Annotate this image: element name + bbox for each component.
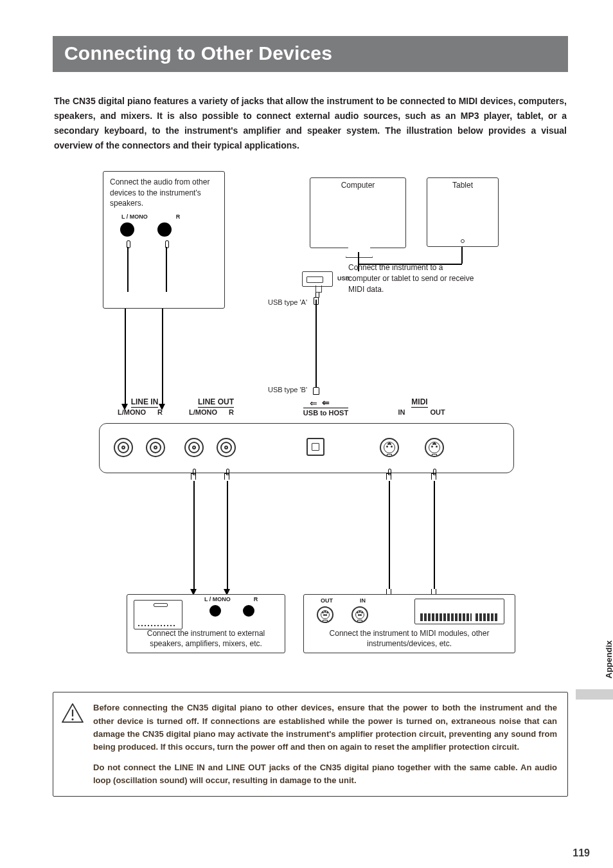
warning-p1: Before connecting the CN35 digital piano… <box>93 701 557 754</box>
audio-plug-icon <box>164 240 169 292</box>
cable-icon <box>162 309 163 404</box>
plug-top-icon <box>191 473 196 480</box>
midi-out-label: OUT <box>321 597 333 604</box>
panel-lineout-l: L/MONO <box>188 408 218 416</box>
quarter-inch-jack-icon <box>114 438 133 457</box>
panel-midi-out: OUT <box>420 408 456 416</box>
speaker-l-label: L / MONO <box>204 596 231 602</box>
speaker-r-label: R <box>254 596 258 602</box>
plug-top-icon <box>224 473 229 480</box>
plug-top-icon <box>386 473 391 480</box>
usb-b-plug-icon <box>313 387 319 395</box>
phono-jack-icon <box>243 605 254 617</box>
phono-jack-icon <box>157 222 172 237</box>
midi-box-text: Connect the instrument to MIDI modules, … <box>310 629 508 649</box>
speaker-device-box: L / MONO R Connect the instrument to ext… <box>127 594 285 653</box>
linein-l-label: L / MONO <box>121 213 148 220</box>
midi-in-label: IN <box>360 597 366 604</box>
panel-midi-title: MIDI <box>411 397 427 408</box>
side-tab-label: Appendix <box>604 640 613 678</box>
midi-din-icon <box>380 438 399 457</box>
warning-box: Before connecting the CN35 digital piano… <box>53 692 568 797</box>
quarter-inch-jack-icon <box>146 438 165 457</box>
phono-jack-icon <box>209 605 221 617</box>
panel-midi-in: IN <box>384 408 420 416</box>
plug-top-icon <box>431 473 436 480</box>
svg-point-1 <box>71 719 73 721</box>
usb-type-b-label: USB type 'B' <box>268 386 307 393</box>
quarter-inch-jack-icon <box>184 438 204 457</box>
quarter-inch-jack-icon <box>217 438 236 457</box>
page-number: 119 <box>573 847 590 859</box>
tablet-icon: Tablet <box>427 177 499 247</box>
cable-icon <box>227 481 228 589</box>
cable-icon <box>389 481 390 589</box>
midi-din-icon <box>317 606 333 623</box>
side-tab-rule <box>576 689 613 700</box>
panel-lineout-r: R <box>218 408 244 416</box>
cable-icon <box>125 309 126 404</box>
warning-icon <box>61 703 84 723</box>
midi-din-icon <box>351 606 368 623</box>
warning-p2: Do not connect the LINE IN and LINE OUT … <box>93 761 557 787</box>
section-title-bar: Connecting to Other Devices <box>53 36 568 72</box>
usb-port-icon: USB <box>302 271 333 287</box>
mixer-device-icon <box>134 600 182 629</box>
usb-type-a-label: USB type 'A' <box>268 298 307 306</box>
intro-paragraph: The CN35 digital piano features a variet… <box>53 94 568 153</box>
linein-r-label: R <box>176 213 181 220</box>
linein-source-text: Connect the audio from other devices to … <box>110 177 218 208</box>
phono-jack-icon <box>120 222 134 237</box>
midi-din-icon <box>425 438 444 457</box>
speaker-box-text: Connect the instrument to external speak… <box>134 629 278 649</box>
connection-diagram: Connect the audio from other devices to … <box>53 171 568 673</box>
cable-icon <box>434 481 435 589</box>
usb-cable-icon: USB type 'A' USB type 'B' <box>311 292 321 395</box>
panel-labels: LINE IN L/MONOR LINE OUT L/MONOR ⇐ USB t… <box>99 397 514 423</box>
audio-plug-icon <box>125 240 130 292</box>
panel-linein-r: R <box>147 408 173 416</box>
tablet-label: Tablet <box>427 181 498 190</box>
panel-linein-l: L/MONO <box>116 408 147 416</box>
panel-linein-title: LINE IN <box>131 397 159 408</box>
computer-label: Computer <box>310 181 405 190</box>
section-title: Connecting to Other Devices <box>64 42 556 64</box>
cable-icon <box>193 481 195 589</box>
jack-panel <box>99 423 514 473</box>
panel-usb-title: USB to HOST <box>303 408 348 417</box>
linein-source-box: Connect the audio from other devices to … <box>103 171 225 309</box>
midi-device-box: OUT IN Connect the instrument to MIDI mo… <box>303 594 515 653</box>
panel-lineout-title: LINE OUT <box>198 397 234 408</box>
computer-icon: Computer <box>310 177 406 248</box>
usb-b-jack-icon <box>306 438 324 456</box>
midi-module-icon <box>414 599 504 624</box>
usb-description: Connect the instrument to a computer or … <box>348 262 477 294</box>
cable-icon <box>461 247 463 264</box>
